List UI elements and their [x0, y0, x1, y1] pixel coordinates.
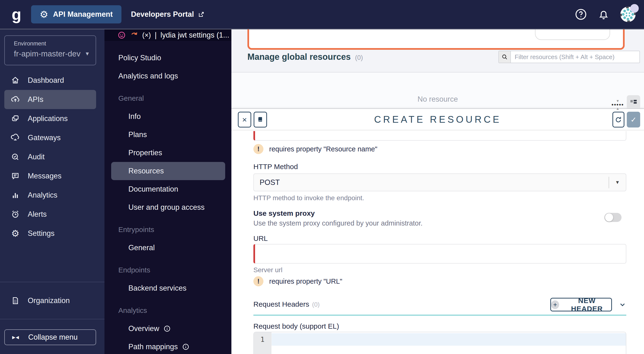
panel-resize-handle[interactable]: ▼ ••••• ▲ [611, 99, 624, 110]
sidebar-item-gateways[interactable]: Gateways [4, 128, 96, 147]
sidebar-item-label: Alerts [28, 210, 46, 219]
editor-gutter: 1 [254, 332, 271, 354]
toggle-panel-button[interactable] [627, 95, 640, 108]
warning-icon: ! [254, 276, 264, 286]
api-menu-item-backend-services[interactable]: Backend services [111, 279, 225, 297]
audit-search-icon [10, 152, 20, 161]
top-bar: g ⚙ API Management Developers Portal [0, 0, 644, 30]
notifications-button[interactable] [598, 8, 610, 20]
api-menu-item-plans[interactable]: Plans [111, 126, 225, 144]
info-icon [164, 325, 171, 332]
api-menu-item-label: Info [128, 112, 141, 121]
url-input[interactable] [254, 244, 626, 264]
new-header-button[interactable]: + NEW HEADER [550, 298, 612, 311]
help-button[interactable] [575, 8, 587, 21]
http-method-select[interactable]: POST ▼ [254, 173, 626, 191]
sidebar-item-dashboard[interactable]: Dashboard [4, 71, 96, 90]
title-separator: | [155, 31, 156, 40]
main-sidebar: Environment fr-apim-master-dev ▼ Dashboa… [0, 30, 104, 354]
version-x-icon: (×) [142, 31, 151, 39]
api-menu-item-path-mappings[interactable]: Path mappings [111, 338, 225, 354]
api-menu-item-label: Overview [128, 324, 159, 333]
environment-value: fr-apim-master-dev [14, 49, 80, 58]
gravitee-logo: g [10, 7, 24, 22]
api-menu-item-label: Policy Studio [118, 54, 161, 62]
url-label: URL [254, 234, 268, 242]
gear-icon: ⚙ [10, 229, 20, 238]
filter-resources-input[interactable] [511, 51, 640, 63]
sidebar-item-applications[interactable]: Applications [4, 109, 96, 128]
request-headers-count: (0) [312, 301, 320, 308]
info-icon [182, 343, 189, 350]
sidebar-item-settings[interactable]: ⚙ Settings [4, 224, 96, 243]
sidebar-item-apis[interactable]: APIs [4, 90, 96, 109]
collapse-icon: ▶◀ [10, 335, 21, 340]
plus-icon: + [551, 300, 559, 309]
sidebar-item-messages[interactable]: Messages [4, 166, 96, 186]
presence-badge [630, 4, 639, 13]
user-avatar[interactable] [620, 7, 636, 22]
dialog-title: CREATE RESOURCE [232, 114, 644, 125]
http-method-value: POST [254, 178, 608, 187]
environment-select[interactable]: Environment fr-apim-master-dev ▼ [4, 36, 96, 65]
sidebar-item-label: Dashboard [28, 76, 64, 85]
sidebar-item-label: Audit [28, 153, 45, 161]
api-menu-item-analytics-and-logs[interactable]: Analytics and logs [111, 67, 225, 85]
sidebar-item-audit[interactable]: Audit [4, 147, 96, 166]
api-management-switch[interactable]: ⚙ API Management [31, 5, 122, 24]
collapse-menu-button[interactable]: ▶◀ Collapse menu [4, 329, 96, 345]
api-menu-item-user-and-group-access[interactable]: User and group access [111, 198, 225, 216]
api-menu-item-overview[interactable]: Overview [111, 319, 225, 338]
api-menu-item-properties[interactable]: Properties [111, 144, 225, 162]
api-management-label: API Management [53, 10, 113, 19]
filter-field [498, 51, 640, 63]
sidebar-organization-row: Organization [4, 291, 96, 310]
api-menu-item-policy-studio[interactable]: Policy Studio [111, 49, 225, 67]
request-body-label: Request body (support EL) [254, 322, 339, 330]
sidebar-item-analytics[interactable]: Analytics [4, 186, 96, 205]
collapse-section-chevron[interactable] [619, 301, 626, 308]
api-menu-item-label: Resources [128, 167, 164, 175]
request-body-editor[interactable]: 1 [254, 332, 626, 354]
alarm-clock-icon [10, 210, 20, 219]
api-menu-item-label: User and group access [128, 203, 205, 212]
sidebar-item-alerts[interactable]: Alerts [4, 205, 96, 224]
api-menu-item-documentation[interactable]: Documentation [111, 180, 225, 198]
api-menu-item-info[interactable]: Info [111, 107, 225, 126]
api-menu-item-resources[interactable]: Resources [111, 162, 225, 180]
sidebar-nav: Dashboard APIs Applications [4, 71, 96, 243]
layout-list-icon [630, 98, 638, 106]
refresh-icon [614, 116, 622, 123]
sidebar-item-label: Settings [28, 229, 54, 238]
create-resource-form: ! requires property "Resource name" HTTP… [254, 130, 626, 354]
sidebar-item-organization[interactable]: Organization [4, 291, 96, 310]
sidebar-item-label: Analytics [28, 191, 57, 199]
api-menu-item-label: Path mappings [128, 342, 178, 351]
api-menu-item-label: Documentation [128, 185, 178, 193]
developers-portal-link[interactable]: Developers Portal [131, 10, 205, 19]
request-headers-label: Request Headers(0) [254, 300, 320, 308]
applications-icon [10, 114, 20, 123]
url-hint: Server url [254, 266, 282, 274]
gear-icon: ⚙ [40, 10, 48, 19]
warning-icon: ! [254, 144, 264, 154]
http-method-label: HTTP Method [254, 163, 298, 171]
system-proxy-toggle[interactable] [604, 213, 622, 222]
sidebar-item-label: Applications [28, 114, 68, 123]
bar-chart-icon [10, 191, 20, 199]
gateway-cloud-icon [10, 133, 20, 143]
proxy-label: Use system proxy [254, 209, 315, 217]
api-menu-section-general: General [104, 89, 232, 107]
confirm-button[interactable]: ✓ [627, 112, 640, 128]
resource-name-input[interactable] [254, 131, 626, 141]
environment-label: Environment [14, 40, 90, 47]
api-menu-item-entrypoints-general[interactable]: General [111, 239, 225, 257]
sidebar-divider [0, 282, 104, 282]
sidebar-item-label: Messages [28, 172, 62, 180]
api-menu-item-label: Properties [128, 149, 162, 157]
banner-action-button[interactable] [535, 30, 610, 40]
url-warning: ! requires property "URL" [254, 276, 342, 286]
reset-button[interactable] [612, 112, 624, 128]
resources-empty-panel: No resource [232, 73, 644, 109]
search-icon [499, 51, 511, 63]
